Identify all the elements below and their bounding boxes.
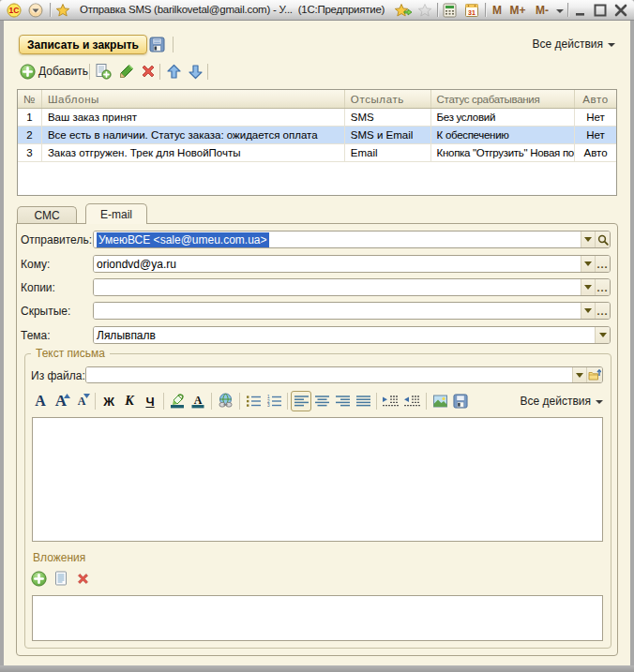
- table-row[interactable]: 1Ваш заказ принятSMSБез условийНет: [18, 109, 616, 127]
- font-color-icon[interactable]: А: [188, 391, 208, 411]
- move-up-icon[interactable]: [165, 63, 182, 80]
- cc-field[interactable]: ...: [93, 278, 611, 296]
- table-cell-status[interactable]: К обеспечению: [431, 127, 576, 143]
- table-cell-template[interactable]: Все есть в наличии. Статус заказа: ожида…: [42, 127, 345, 143]
- minimize-icon[interactable]: [574, 3, 587, 18]
- table-cell-send[interactable]: SMS: [345, 109, 431, 126]
- table-cell-num[interactable]: 2: [18, 127, 42, 143]
- table-cell-template[interactable]: Ваш заказ принят: [42, 109, 345, 126]
- close-icon[interactable]: [613, 3, 627, 18]
- hyperlink-icon[interactable]: [215, 391, 236, 411]
- from-file-open-button[interactable]: [586, 367, 602, 382]
- cc-dropdown-button[interactable]: [581, 279, 595, 295]
- save-and-close-button[interactable]: Записать и закрыть: [19, 35, 147, 54]
- from-file-field[interactable]: [85, 366, 603, 383]
- calendar-icon[interactable]: 31: [464, 3, 479, 18]
- align-left-icon[interactable]: [291, 391, 311, 411]
- column-header-status[interactable]: Статус срабатывания: [431, 90, 576, 108]
- cc-more-button[interactable]: ...: [595, 279, 610, 295]
- italic-icon[interactable]: К: [119, 391, 140, 411]
- form-content: Записать и закрыть Все действия Добавить: [4, 21, 630, 665]
- from-file-value[interactable]: [86, 367, 572, 382]
- favorites-star-icon[interactable]: [55, 3, 70, 18]
- move-down-icon[interactable]: [187, 63, 204, 80]
- subject-value[interactable]: Лялывпалв: [94, 327, 595, 343]
- add-favorite-icon[interactable]: [395, 3, 413, 18]
- attachments-list[interactable]: [32, 595, 603, 641]
- bcc-more-button[interactable]: ...: [595, 303, 610, 319]
- attach-open-icon[interactable]: [53, 571, 68, 587]
- bold-icon[interactable]: Ж: [98, 391, 119, 411]
- font-size-down-icon[interactable]: A: [71, 391, 92, 411]
- all-actions-button[interactable]: Все действия: [533, 37, 615, 52]
- table-cell-auto[interactable]: Нет: [575, 109, 616, 126]
- subject-dropdown-button[interactable]: [595, 327, 610, 343]
- numbered-list-icon[interactable]: 123: [264, 391, 284, 411]
- table-cell-status[interactable]: Без условий: [431, 109, 576, 126]
- templates-table[interactable]: № Шаблоны Отсылать Статус срабатывания А…: [17, 89, 617, 196]
- add-plus-icon[interactable]: [20, 64, 36, 80]
- delete-x-icon[interactable]: [140, 63, 157, 80]
- bcc-field[interactable]: ...: [93, 302, 611, 320]
- cc-value[interactable]: [94, 279, 581, 295]
- tab-email[interactable]: E-mail: [85, 203, 147, 224]
- from-file-dropdown-button[interactable]: [572, 367, 586, 382]
- underline-icon[interactable]: Ч: [140, 391, 160, 411]
- memory-m-button[interactable]: M: [490, 3, 505, 18]
- calculator-icon[interactable]: [442, 3, 457, 18]
- indent-decrease-icon[interactable]: [401, 391, 423, 411]
- table-cell-send[interactable]: Email: [345, 144, 431, 161]
- attach-delete-icon[interactable]: [75, 571, 90, 586]
- font-icon[interactable]: A: [30, 391, 51, 411]
- table-cell-num[interactable]: 1: [18, 109, 42, 126]
- table-cell-auto[interactable]: Нет: [575, 127, 616, 143]
- tab-sms[interactable]: СМС: [17, 206, 77, 224]
- edit-pencil-icon[interactable]: [118, 63, 135, 80]
- attach-add-icon[interactable]: [31, 571, 47, 587]
- indent-increase-icon[interactable]: [380, 391, 401, 411]
- titlebar-separator: [437, 3, 438, 17]
- chevron-down-icon[interactable]: [554, 3, 566, 18]
- subject-field[interactable]: Лялывпалв: [93, 326, 611, 344]
- align-center-icon[interactable]: [311, 391, 332, 411]
- maximize-icon[interactable]: [593, 3, 607, 18]
- table-row[interactable]: 3Заказ отгружен. Трек для НовойПочтыEmai…: [18, 144, 616, 162]
- save-file-icon[interactable]: [450, 391, 471, 411]
- column-header-template[interactable]: Шаблоны: [42, 90, 345, 108]
- one-c-logo-icon[interactable]: 1С: [7, 3, 22, 18]
- sender-dropdown-button[interactable]: [581, 231, 595, 247]
- memory-m-plus-button[interactable]: M+: [507, 3, 528, 18]
- to-value[interactable]: oriondvd@ya.ru: [94, 256, 581, 272]
- bullet-list-icon[interactable]: [243, 391, 264, 411]
- table-row[interactable]: 2Все есть в наличии. Статус заказа: ожид…: [18, 127, 616, 144]
- table-cell-num[interactable]: 3: [18, 144, 42, 161]
- sender-search-button[interactable]: [595, 231, 610, 247]
- column-header-auto[interactable]: Авто: [575, 90, 616, 108]
- table-cell-send[interactable]: SMS и Email: [345, 127, 431, 143]
- column-header-send[interactable]: Отсылать: [345, 90, 431, 108]
- align-justify-icon[interactable]: [353, 391, 373, 411]
- table-cell-template[interactable]: Заказ отгружен. Трек для НовойПочты: [42, 144, 345, 161]
- copy-icon[interactable]: [95, 63, 112, 80]
- insert-image-icon[interactable]: [430, 391, 450, 411]
- to-dropdown-button[interactable]: [581, 256, 595, 272]
- main-menu-icon[interactable]: [28, 3, 43, 18]
- bcc-dropdown-button[interactable]: [581, 303, 595, 319]
- column-header-number[interactable]: №: [18, 90, 42, 108]
- table-cell-auto[interactable]: Авто: [575, 144, 616, 161]
- editor-all-actions-button[interactable]: Все действия: [521, 394, 603, 409]
- font-size-up-icon[interactable]: A: [51, 391, 71, 411]
- floppy-save-icon[interactable]: [147, 36, 166, 53]
- message-body-editor[interactable]: [32, 417, 603, 542]
- to-field[interactable]: oriondvd@ya.ru ...: [93, 255, 611, 273]
- highlight-color-icon[interactable]: [167, 391, 188, 411]
- memory-m-minus-button[interactable]: M-: [532, 3, 552, 18]
- add-button[interactable]: Добавить: [38, 65, 88, 78]
- table-cell-status[interactable]: Кнопка "Отгрузить" Новая поч: [431, 144, 576, 161]
- sender-value[interactable]: УмеюВСЕ <sale@umeu.com.ua>: [97, 232, 269, 247]
- sender-field[interactable]: УмеюВСЕ <sale@umeu.com.ua>: [93, 231, 611, 248]
- toolbar-separator: [163, 393, 164, 410]
- bcc-value[interactable]: [94, 303, 581, 319]
- align-right-icon[interactable]: [332, 391, 353, 411]
- to-more-button[interactable]: ...: [595, 256, 610, 272]
